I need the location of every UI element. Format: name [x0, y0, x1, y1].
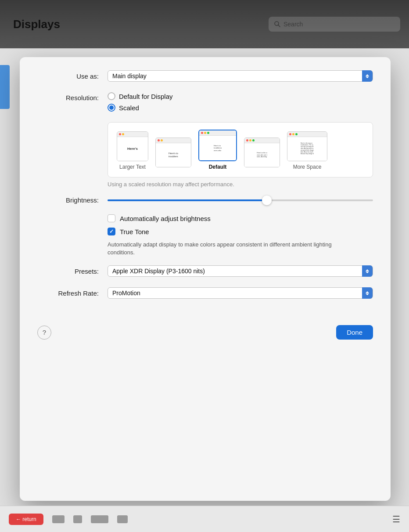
- dot-green-4: [252, 139, 255, 141]
- dot-red-3: [201, 132, 203, 134]
- checkmark-icon: ✓: [109, 229, 114, 234]
- refresh-rate-stepper-down: [366, 293, 369, 295]
- preview-text-5: Here's to the crazy ontroublemakers. The…: [300, 142, 315, 156]
- modal-footer: ? Done: [37, 325, 373, 340]
- presets-row: Presets: Apple XDR Display (P3-1600 nits…: [37, 265, 373, 277]
- resolution-label: Resolution:: [37, 92, 99, 101]
- presets-stepper-down: [366, 271, 369, 273]
- radio-default-label: Default for Display: [119, 93, 173, 100]
- preview-text-2: Here's totroublem: [167, 150, 180, 160]
- preview-titlebar-5: [287, 132, 327, 137]
- svg-line-1: [278, 25, 280, 27]
- help-button[interactable]: ?: [37, 326, 51, 340]
- scale-hint: Using a scaled resolution may affect per…: [108, 181, 373, 188]
- bottom-bar: ← return ☰: [0, 506, 409, 532]
- refresh-rate-row: Refresh Rate: ProMotion: [37, 287, 373, 299]
- bottom-red-button[interactable]: ← return: [9, 514, 43, 525]
- refresh-rate-label: Refresh Rate:: [37, 290, 99, 297]
- stepper-up-arrow: [366, 74, 369, 76]
- preview-titlebar-3: [199, 130, 236, 136]
- dot-yellow-1: [122, 133, 124, 135]
- use-as-stepper[interactable]: [362, 70, 373, 82]
- dot-red-5: [289, 133, 291, 135]
- radio-default[interactable]: [108, 92, 115, 100]
- presets-stepper[interactable]: [362, 265, 373, 277]
- scale-default[interactable]: Here's totroublemaones who Default: [195, 128, 240, 172]
- auto-brightness-row: Automatically adjust brightness: [108, 214, 373, 222]
- radio-scaled[interactable]: [108, 104, 115, 112]
- auto-brightness-checkbox[interactable]: [108, 214, 115, 222]
- preview-content-5: Here's to the crazy ontroublemakers. The…: [287, 137, 327, 161]
- preview-content-2: Here's totroublem: [156, 143, 191, 167]
- brightness-thumb[interactable]: [262, 195, 272, 205]
- resolution-option-scaled[interactable]: Scaled: [108, 104, 173, 112]
- dot-red-4: [246, 139, 248, 141]
- dot-yellow-3: [204, 132, 206, 134]
- bottom-icon-2: [73, 515, 82, 523]
- preview-content-3: Here's totroublemaones who: [199, 136, 236, 160]
- dot-yellow-2: [161, 139, 163, 141]
- title-container: Displays: [9, 18, 269, 31]
- preview-titlebar-1: [117, 132, 148, 137]
- radio-scaled-label: Scaled: [119, 104, 139, 112]
- presets-dropdown[interactable]: Apple XDR Display (P3-1600 nits): [108, 265, 373, 277]
- use-as-label: Use as:: [37, 72, 99, 80]
- brightness-label: Brightness:: [37, 196, 99, 204]
- scale-label-default: Default: [209, 164, 227, 170]
- radio-scaled-dot: [109, 105, 114, 110]
- dot-green-5: [295, 133, 298, 135]
- search-icon: [274, 21, 281, 28]
- refresh-rate-stepper-up: [366, 291, 369, 293]
- dot-green-3: [207, 132, 209, 134]
- preview-content-4: Here's to the crones who see trules. And…: [244, 143, 280, 167]
- sidebar-tab[interactable]: [0, 65, 10, 109]
- use-as-dropdown[interactable]: Main display: [108, 70, 373, 82]
- preview-titlebar-2: [156, 138, 191, 143]
- page-title: Displays: [13, 18, 60, 31]
- scale-more-space[interactable]: Here's to the crazy ontroublemakers. The…: [283, 130, 331, 172]
- presets-stepper-up: [366, 269, 369, 271]
- true-tone-desc: Automatically adapt display to make colo…: [108, 241, 353, 257]
- presets-label: Presets:: [37, 268, 99, 275]
- brightness-row: Brightness:: [37, 196, 373, 204]
- scale-label-larger: Larger Text: [119, 164, 146, 170]
- brightness-fill: [108, 199, 267, 201]
- done-button[interactable]: Done: [336, 325, 373, 340]
- preview-content-1: Here's: [117, 137, 148, 161]
- bottom-icon-3: [91, 515, 108, 523]
- presets-value: Apple XDR Display (P3-1600 nits): [112, 268, 362, 275]
- bottom-menu-icon[interactable]: ☰: [392, 514, 400, 525]
- refresh-rate-dropdown[interactable]: ProMotion: [108, 287, 373, 299]
- search-placeholder: Search: [283, 21, 303, 28]
- displays-modal: Use as: Main display Resolution: Default…: [20, 57, 391, 501]
- true-tone-row: ✓ True Tone: [108, 228, 373, 235]
- preview-text-1: Here's: [125, 144, 140, 154]
- resolution-options: Default for Display Scaled: [108, 92, 173, 112]
- scale-larger-text[interactable]: Here's Larger Text: [113, 130, 152, 172]
- brightness-slider[interactable]: [108, 199, 373, 201]
- resolution-option-default[interactable]: Default for Display: [108, 92, 173, 100]
- resolution-row: Resolution: Default for Display Scaled: [37, 92, 373, 112]
- refresh-rate-stepper[interactable]: [362, 287, 373, 299]
- bottom-icon-4: [117, 515, 128, 523]
- true-tone-label: True Tone: [120, 228, 149, 235]
- stepper-down-arrow: [366, 76, 369, 78]
- scale-s4[interactable]: Here's to the crones who see trules. And…: [240, 136, 283, 172]
- refresh-rate-value: ProMotion: [112, 290, 362, 297]
- bottom-icon-1: [52, 515, 65, 523]
- use-as-row: Use as: Main display: [37, 70, 373, 82]
- search-bar[interactable]: Search: [269, 17, 400, 32]
- dot-red-1: [119, 133, 121, 135]
- dot-red-2: [158, 139, 160, 141]
- top-bar: Displays Search: [0, 0, 409, 48]
- use-as-value: Main display: [112, 72, 362, 80]
- true-tone-checkbox[interactable]: ✓: [108, 228, 115, 235]
- preview-titlebar-4: [244, 138, 280, 143]
- preview-text-3: Here's totroublemaones who: [212, 143, 223, 153]
- preview-text-4: Here's to the crones who see trules. And…: [256, 151, 268, 159]
- auto-brightness-label: Automatically adjust brightness: [120, 215, 211, 222]
- dot-yellow-4: [249, 139, 251, 141]
- scale-s2[interactable]: Here's totroublem: [152, 136, 195, 172]
- scale-label-more-space: More Space: [293, 164, 322, 170]
- scale-grid: Here's Larger Text Here's totroublem: [108, 122, 373, 177]
